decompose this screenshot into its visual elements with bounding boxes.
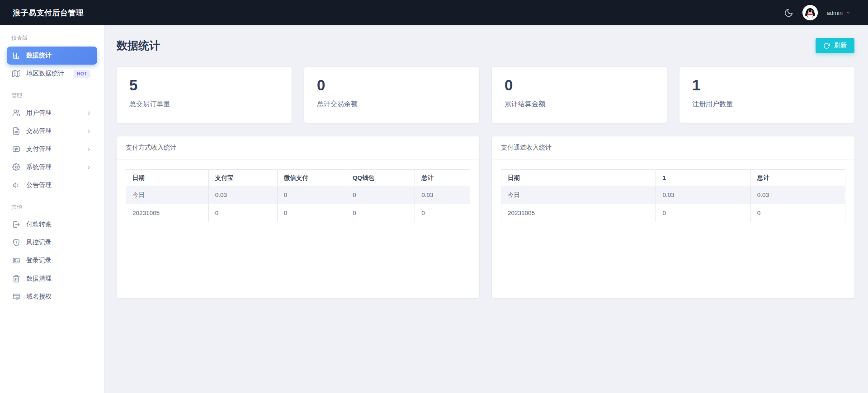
table-row: 202310050000 bbox=[126, 204, 470, 222]
sidebar-item-map[interactable]: 地区数据统计HOT bbox=[7, 65, 97, 83]
sidebar-item-label: 数据清理 bbox=[26, 275, 52, 283]
stat-card-total-balance: 0 总计交易余额 bbox=[304, 67, 479, 123]
table-row: 今日0.03000.03 bbox=[126, 186, 470, 204]
sidebar: 仪表版数据统计地区数据统计HOT管理用户管理交易管理支付管理系统管理公告管理其他… bbox=[0, 25, 104, 393]
moon-icon bbox=[784, 8, 793, 18]
domain-window-icon bbox=[12, 293, 20, 301]
sidebar-item-label: 用户管理 bbox=[26, 109, 52, 117]
domain-window-icon bbox=[12, 293, 20, 301]
page-header: 数据统计 刷新 bbox=[117, 38, 854, 53]
sidebar-item-speaker[interactable]: 公告管理 bbox=[7, 176, 97, 194]
column-header: 日期 bbox=[126, 170, 209, 186]
trash-icon bbox=[12, 275, 20, 283]
swap-icon bbox=[12, 145, 20, 153]
table-cell: 0.03 bbox=[750, 186, 845, 204]
column-header: 微信支付 bbox=[277, 170, 346, 186]
table-cell: 20231005 bbox=[501, 204, 656, 222]
table-cell: 今日 bbox=[501, 186, 656, 204]
refresh-button[interactable]: 刷新 bbox=[816, 38, 854, 53]
sidebar-item-trash[interactable]: 数据清理 bbox=[7, 270, 97, 288]
sidebar-section-label: 其他 bbox=[11, 203, 93, 211]
sidebar-item-label: 支付管理 bbox=[26, 145, 52, 153]
transfer-icon bbox=[12, 220, 20, 229]
stat-value: 0 bbox=[505, 77, 654, 94]
pay-method-income-table: 日期支付宝微信支付QQ钱包总计今日0.03000.03202310050000 bbox=[126, 169, 470, 222]
log-card-icon bbox=[12, 257, 20, 265]
user-menu[interactable]: admin bbox=[827, 9, 851, 16]
sidebar-item-label: 登录记录 bbox=[26, 257, 52, 265]
sidebar-item-gear[interactable]: 系统管理 bbox=[7, 158, 97, 176]
table-cell: 今日 bbox=[126, 186, 209, 204]
chevron-down-icon bbox=[845, 10, 851, 15]
panel-title: 支付通道收入统计 bbox=[492, 136, 854, 159]
table-row: 2023100500 bbox=[501, 204, 845, 222]
speaker-icon bbox=[12, 181, 20, 189]
table-cell: 0 bbox=[346, 204, 415, 222]
sidebar-item-label: 域名授权 bbox=[26, 293, 52, 301]
sidebar-section-label: 管理 bbox=[11, 92, 93, 99]
chevron-right-icon bbox=[86, 164, 92, 170]
sidebar-item-domain-window[interactable]: 域名授权 bbox=[7, 288, 97, 306]
pay-channel-income-table: 日期1总计今日0.030.032023100500 bbox=[501, 169, 845, 222]
file-text-icon bbox=[12, 127, 20, 135]
stat-value: 0 bbox=[317, 77, 467, 94]
column-header: 总计 bbox=[750, 170, 845, 186]
trash-icon bbox=[12, 275, 20, 283]
sidebar-item-transfer[interactable]: 付款转账 bbox=[7, 215, 97, 234]
sidebar-item-label: 交易管理 bbox=[26, 127, 52, 135]
stat-cards: 5 总交易订单量 0 总计交易余额 0 累计结算金额 1 注册用户数量 bbox=[117, 67, 854, 123]
column-header: QQ钱包 bbox=[346, 170, 415, 186]
stat-label: 总交易订单量 bbox=[129, 100, 279, 108]
map-icon bbox=[12, 70, 20, 78]
shield-alert-icon bbox=[12, 239, 20, 247]
sidebar-item-log-card[interactable]: 登录记录 bbox=[7, 252, 97, 270]
table-header-row: 日期支付宝微信支付QQ钱包总计 bbox=[126, 170, 470, 186]
dark-mode-toggle[interactable] bbox=[784, 8, 793, 18]
map-icon bbox=[12, 70, 20, 78]
column-header: 日期 bbox=[501, 170, 656, 186]
chevron-right-icon bbox=[86, 146, 92, 152]
table-cell: 20231005 bbox=[126, 204, 209, 222]
speaker-icon bbox=[12, 181, 20, 189]
app-title: 浪子易支付后台管理 bbox=[13, 8, 84, 18]
stat-label: 注册用户数量 bbox=[692, 100, 842, 108]
log-card-icon bbox=[12, 257, 20, 265]
shield-alert-icon bbox=[12, 239, 20, 247]
sidebar-item-shield-alert[interactable]: 风控记录 bbox=[7, 234, 97, 252]
topbar-actions: admin bbox=[784, 5, 851, 20]
stat-card-registered-users: 1 注册用户数量 bbox=[679, 67, 854, 123]
column-header: 1 bbox=[656, 170, 750, 186]
table-cell: 0 bbox=[656, 204, 750, 222]
avatar[interactable] bbox=[802, 5, 818, 20]
sidebar-item-users[interactable]: 用户管理 bbox=[7, 104, 97, 122]
chevron-right-icon bbox=[86, 164, 92, 170]
username: admin bbox=[827, 9, 843, 16]
chevron-right-icon bbox=[86, 128, 92, 134]
bar-chart-icon bbox=[12, 51, 20, 60]
table-cell: 0 bbox=[750, 204, 845, 222]
stat-value: 1 bbox=[692, 77, 842, 94]
sidebar-item-swap[interactable]: 支付管理 bbox=[7, 140, 97, 158]
panel-pay-method-income: 支付方式收入统计 日期支付宝微信支付QQ钱包总计今日0.03000.032023… bbox=[117, 136, 479, 298]
bar-chart-icon bbox=[12, 51, 20, 60]
penguin-avatar-icon bbox=[802, 5, 818, 20]
sidebar-item-file-text[interactable]: 交易管理 bbox=[7, 122, 97, 140]
gear-icon bbox=[12, 163, 20, 171]
users-icon bbox=[12, 109, 20, 117]
sidebar-item-label: 付款转账 bbox=[26, 220, 52, 229]
chevron-right-icon bbox=[86, 146, 92, 152]
swap-icon bbox=[12, 145, 20, 153]
sidebar-item-bar-chart[interactable]: 数据统计 bbox=[7, 47, 97, 65]
chevron-right-icon bbox=[86, 128, 92, 134]
chevron-right-icon bbox=[86, 110, 92, 116]
table-row: 今日0.030.03 bbox=[501, 186, 845, 204]
table-cell: 0 bbox=[277, 186, 346, 204]
table-cell: 0 bbox=[208, 204, 277, 222]
table-cell: 0 bbox=[277, 204, 346, 222]
stat-card-settled-amount: 0 累计结算金额 bbox=[492, 67, 667, 123]
main-content: 数据统计 刷新 5 总交易订单量 0 总计交易余额 0 累计结算金额 bbox=[104, 25, 868, 393]
table-cell: 0 bbox=[346, 186, 415, 204]
chevron-right-icon bbox=[86, 110, 92, 116]
stat-label: 总计交易余额 bbox=[317, 100, 467, 108]
transfer-icon bbox=[12, 220, 20, 229]
